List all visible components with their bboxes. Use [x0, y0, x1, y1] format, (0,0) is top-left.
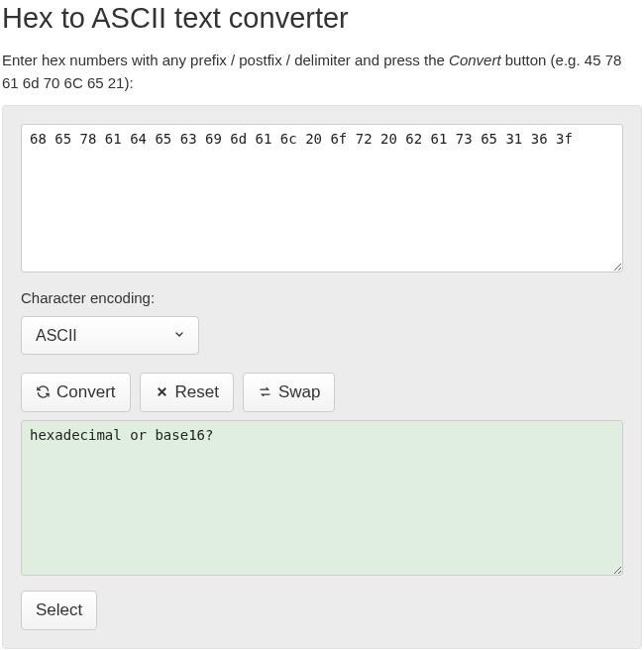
select-button-label: Select	[36, 600, 82, 620]
close-icon	[155, 384, 169, 399]
convert-button[interactable]: Convert	[21, 373, 131, 412]
reset-button-label: Reset	[175, 382, 219, 402]
ascii-output[interactable]	[21, 420, 623, 576]
page-title: Hex to ASCII text converter	[2, 0, 642, 35]
intro-em: Convert	[449, 52, 501, 68]
select-button[interactable]: Select	[21, 591, 97, 630]
convert-button-label: Convert	[56, 382, 116, 402]
encoding-label: Character encoding:	[21, 289, 623, 306]
encoding-select[interactable]: ASCII	[21, 316, 199, 355]
converter-panel: Character encoding: ASCII Convert Reset	[2, 105, 642, 649]
refresh-icon	[36, 384, 51, 399]
swap-button[interactable]: Swap	[243, 373, 336, 412]
reset-button[interactable]: Reset	[140, 373, 234, 412]
hex-input[interactable]	[21, 124, 623, 272]
swap-button-label: Swap	[278, 382, 321, 402]
intro-pre: Enter hex numbers with any prefix / post…	[2, 52, 449, 68]
intro-text: Enter hex numbers with any prefix / post…	[2, 49, 642, 95]
swap-icon	[258, 384, 272, 399]
